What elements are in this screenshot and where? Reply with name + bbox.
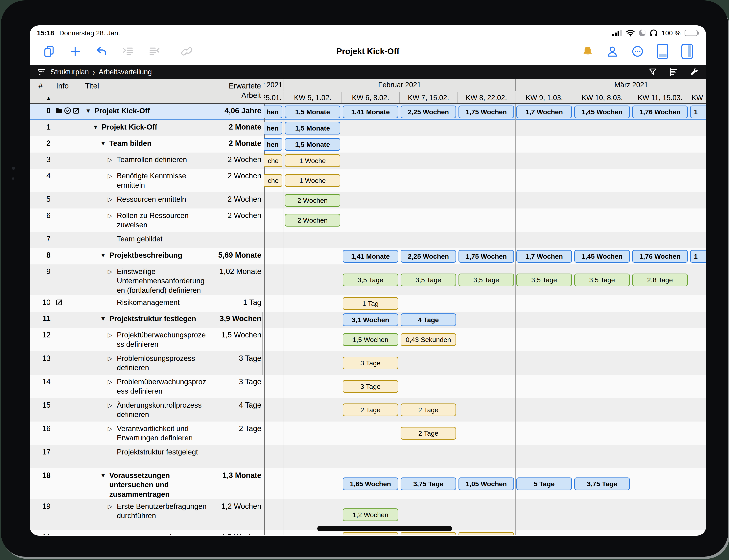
view-bottom-panel-icon[interactable] <box>657 44 668 59</box>
column-header-info[interactable]: Info <box>54 79 82 103</box>
table-row[interactable]: 19▷Erste Benutzerbefragungen durchführen… <box>30 499 706 530</box>
gantt-cell[interactable]: 3 Tage <box>343 380 398 393</box>
table-row[interactable]: 11▼Projektstruktur festlegen3,9 Wochen3,… <box>30 312 706 328</box>
gantt-cell[interactable]: 5 Tage <box>516 477 572 490</box>
view-right-panel-icon[interactable] <box>681 44 693 59</box>
disclosure-right-icon[interactable]: ▷ <box>108 354 117 375</box>
gantt-cell[interactable]: 3,75 Tage <box>400 477 456 490</box>
outdent-icon[interactable] <box>148 45 161 58</box>
gantt-cell[interactable]: 1,05 Wochen <box>458 477 514 490</box>
gantt-cell[interactable]: 3 Tage <box>343 357 398 369</box>
gantt-cell[interactable]: hen <box>264 122 283 134</box>
disclosure-down-icon[interactable]: ▼ <box>85 106 94 120</box>
gantt-cell[interactable]: 3,5 Tage <box>343 274 398 286</box>
disclosure-right-icon[interactable]: ▷ <box>108 502 117 530</box>
column-header-title[interactable]: Titel <box>82 79 208 103</box>
gantt-cell[interactable]: 2 Tage <box>400 427 456 440</box>
table-row[interactable]: 18▼Voraussetzungen untersuchen und zusam… <box>30 468 706 499</box>
gantt-cell[interactable]: 1,75 Wochen <box>458 250 514 263</box>
disclosure-right-icon[interactable]: ▷ <box>108 155 117 169</box>
structure-view-icon[interactable] <box>37 68 46 76</box>
disclosure-right-icon[interactable]: ▷ <box>108 377 117 398</box>
disclosure-right-icon[interactable]: ▷ <box>108 330 117 351</box>
gantt-cell[interactable]: 2,25 Wochen <box>400 250 456 263</box>
disclosure-right-icon[interactable]: ▷ <box>108 401 117 422</box>
gantt-cell[interactable]: 4 Tage <box>400 313 456 326</box>
disclosure-down-icon[interactable]: ▼ <box>100 251 109 264</box>
table-row[interactable]: 3▷Teamrollen definieren2 Wochenche1 Woch… <box>30 153 706 169</box>
gantt-cell[interactable]: 3,5 Tage <box>400 274 456 286</box>
column-header-expected-work[interactable]: Erwartete Arbeit <box>208 79 264 103</box>
gantt-cell[interactable]: 3,1 Wochen <box>343 313 398 326</box>
gantt-cell[interactable]: 2,25 Tage <box>343 532 398 535</box>
gantt-cell[interactable]: 1,76 Wochen <box>632 106 688 118</box>
gantt-cell[interactable]: 1 Tag <box>343 297 398 310</box>
outline-icon[interactable] <box>669 67 678 77</box>
gantt-cell[interactable]: 1,65 Wochen <box>343 477 398 490</box>
gantt-cell[interactable]: 3,75 Tage <box>574 477 630 490</box>
indent-icon[interactable] <box>122 45 134 58</box>
notifications-bell-icon[interactable] <box>582 45 593 57</box>
gantt-cell[interactable]: 0,43 Sekunden <box>400 333 456 346</box>
disclosure-down-icon[interactable]: ▼ <box>100 314 109 328</box>
gantt-cell[interactable]: che <box>264 154 283 167</box>
table-row[interactable]: 9▷Einstweilige Unternehmensanforderungen… <box>30 264 706 295</box>
table-row[interactable]: 5▷Ressourcen ermitteln2 Wochen2 Wochen <box>30 192 706 208</box>
gantt-cell[interactable]: 1 <box>690 250 706 263</box>
gantt-cell[interactable]: che <box>264 174 283 187</box>
gantt-cell[interactable]: 2 Tage <box>400 403 456 416</box>
gantt-cell[interactable]: 2 Tage <box>343 403 398 416</box>
table-row[interactable]: 17Projektstruktur festgelegt <box>30 445 706 468</box>
more-icon[interactable] <box>631 45 644 58</box>
table-row[interactable]: 2▼Team bilden2 Monatehen1,5 Monate <box>30 136 706 153</box>
table-row[interactable]: 16▷Verantwortlichkeit und Erwartungen de… <box>30 422 706 445</box>
gantt-cell[interactable]: 1 <box>690 106 706 118</box>
gantt-cell[interactable]: 1,75 Wochen <box>458 106 514 118</box>
gantt-cell[interactable]: 1,5 Wochen <box>343 333 398 346</box>
add-icon[interactable] <box>69 46 81 57</box>
gantt-cell[interactable]: 1 Woche <box>285 174 340 187</box>
gantt-cell[interactable]: 1,76 Wochen <box>632 250 688 263</box>
gantt-cell[interactable]: 1,5 Monate <box>285 106 340 118</box>
table-row[interactable]: 14▷Problemüberwachungsprozess definieren… <box>30 375 706 398</box>
disclosure-right-icon[interactable]: ▷ <box>108 267 117 295</box>
disclosure-down-icon[interactable]: ▼ <box>100 139 109 153</box>
table-row[interactable]: 12▷Projektüberwachungsprozess definieren… <box>30 328 706 351</box>
table-row[interactable]: 0▼Projekt Kick-Off4,06 Jahrehen1,5 Monat… <box>30 104 706 120</box>
undo-icon[interactable] <box>95 45 108 58</box>
table-row[interactable]: 13▷Problemlösungsprozess definieren3 Tag… <box>30 351 706 375</box>
gantt-cell[interactable]: 1,7 Wochen <box>516 106 572 118</box>
account-icon[interactable] <box>606 45 618 58</box>
tools-icon[interactable] <box>689 67 699 77</box>
filter-icon[interactable] <box>648 67 657 77</box>
disclosure-right-icon[interactable]: ▷ <box>108 533 117 535</box>
horizontal-scrollbar[interactable] <box>317 526 452 531</box>
gantt-cell[interactable]: hen <box>264 106 283 118</box>
gantt-cell[interactable]: 1,45 Wochen <box>574 106 630 118</box>
table-row[interactable]: 4▷Benötigte Kenntnisse ermitteln2 Wochen… <box>30 169 706 192</box>
column-header-number[interactable]: # ▲ <box>30 79 54 103</box>
gantt-cell[interactable]: 3,5 Tage <box>516 274 572 286</box>
gantt-cell[interactable]: 1,5 Tage <box>458 532 514 535</box>
gantt-cell[interactable]: 2 Wochen <box>285 194 340 207</box>
gantt-cell[interactable]: 3,75 Tage <box>400 532 456 535</box>
disclosure-down-icon[interactable]: ▼ <box>100 471 109 499</box>
gantt-cell[interactable]: 1,7 Wochen <box>516 250 572 263</box>
gantt-cell[interactable]: 1 Woche <box>285 154 340 167</box>
link-icon[interactable] <box>181 45 193 57</box>
gantt-cell[interactable]: 2 Wochen <box>285 214 340 227</box>
gantt-cell[interactable]: 1,41 Monate <box>343 106 398 118</box>
disclosure-right-icon[interactable]: ▷ <box>108 171 117 192</box>
disclosure-right-icon[interactable]: ▷ <box>108 195 117 208</box>
disclosure-right-icon[interactable]: ▷ <box>108 424 117 445</box>
gantt-cell[interactable]: 1,41 Monate <box>343 250 398 263</box>
table-row[interactable]: 6▷Rollen zu Ressourcen zuweisen2 Wochen2… <box>30 208 706 232</box>
table-row[interactable]: 1▼Projekt Kick-Off2 Monatehen1,5 Monate <box>30 120 706 136</box>
gantt-cell[interactable]: 1,5 Monate <box>285 138 340 151</box>
gantt-cell[interactable]: 2,25 Wochen <box>400 106 456 118</box>
gantt-cell[interactable]: 1,2 Wochen <box>343 508 398 521</box>
gantt-cell[interactable]: 2,8 Tage <box>632 274 688 286</box>
table-row[interactable]: 7Team gebildet <box>30 232 706 248</box>
table-row[interactable]: 15▷Änderungskontrollprozess definieren4 … <box>30 398 706 422</box>
vertical-scrollbar[interactable] <box>262 312 263 375</box>
